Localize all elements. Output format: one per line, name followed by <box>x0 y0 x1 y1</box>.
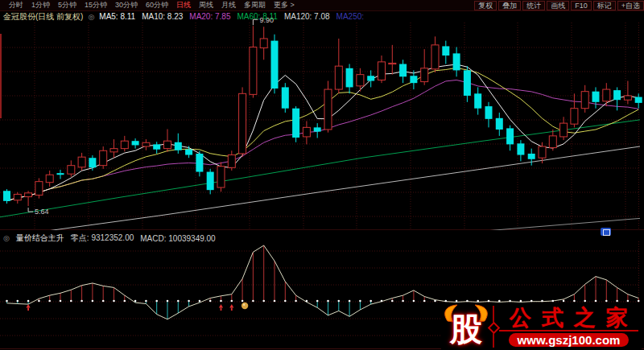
timeframe-tab-60分钟[interactable]: 60分钟 <box>142 0 172 10</box>
timeframe-tab-15分钟[interactable]: 15分钟 <box>80 0 111 10</box>
indicator-header: ◎ 量价结合主升 零点: 9312352.00 MACD: 10039349.0… <box>3 233 216 244</box>
indicator-field1: 零点: 9312352.00 <box>71 233 134 244</box>
buy-arrow-icon <box>219 304 223 311</box>
watermark-logo-char: 股 <box>450 307 482 350</box>
bull-logo: 股 <box>441 303 491 349</box>
toolbar-button-F10[interactable]: F10 <box>571 1 592 10</box>
chart-info-bar: 金冠股份(日线 前复权) ◎ MA5: 8.11MA10: 8.23MA20: … <box>0 11 644 22</box>
settings-circle-icon[interactable]: ◎ <box>88 13 94 21</box>
timeframe-tab-分时[interactable]: 分时 <box>5 0 27 10</box>
timeframe-tab-更多 >[interactable]: 更多 > <box>270 0 299 10</box>
buy-arrow-icon <box>229 304 233 311</box>
ma-label-MA20: MA20: 7.85 <box>189 12 230 21</box>
ma-label-MA60: MA60: 8.11 <box>237 12 277 21</box>
ma-label-MA10: MA10: 8.23 <box>142 12 183 21</box>
toolbar-button-画线[interactable]: 画线 <box>547 1 569 10</box>
trading-app-window: 分时1分钟5分钟15分钟30分钟60分钟日线周线月线多周期更多 > 复权叠加统计… <box>0 0 644 350</box>
ma-label-MA120: MA120: 7.08 <box>284 12 330 21</box>
main-price-chart[interactable]: 9.905.64 <box>0 14 644 230</box>
ma-label-MA5: MA5: 8.11 <box>99 12 135 21</box>
timeframe-tab-多周期[interactable]: 多周期 <box>240 0 270 10</box>
timeframe-tab-日线[interactable]: 日线 <box>172 0 195 10</box>
toolbar-button-复权[interactable]: 复权 <box>474 1 497 10</box>
toolbar-button-统计[interactable]: 统计 <box>522 1 545 10</box>
timeframe-tab-5分钟[interactable]: 5分钟 <box>54 0 80 10</box>
timeframe-toolbar: 分时1分钟5分钟15分钟30分钟60分钟日线周线月线多周期更多 > 复权叠加统计… <box>0 0 644 11</box>
toolbar-button-叠加[interactable]: 叠加 <box>498 1 521 10</box>
gold-dot-marker <box>242 303 248 309</box>
timeframe-tab-30分钟[interactable]: 30分钟 <box>111 0 142 10</box>
toolbar-button-+自选[interactable]: +自选 <box>617 1 644 10</box>
toolbar-button-标记[interactable]: 标记 <box>593 1 616 10</box>
indicator-circle-icon[interactable]: ◎ <box>3 234 10 242</box>
watermark: 股 公式之家 www.gszj100.com <box>441 303 642 349</box>
indicator-field2: MACD: 10039349.00 <box>140 234 215 243</box>
stock-title: 金冠股份(日线 前复权) <box>3 11 83 23</box>
timeframe-tab-周线[interactable]: 周线 <box>195 0 217 10</box>
watermark-separator <box>493 306 494 348</box>
watermark-title: 公式之家 <box>499 307 638 331</box>
ma-label-MA250: MA250: <box>336 12 364 21</box>
timeframe-tabs: 分时1分钟5分钟15分钟30分钟60分钟日线周线月线多周期更多 > <box>0 0 474 10</box>
timeframe-tab-月线[interactable]: 月线 <box>217 0 240 10</box>
indicator-name: 量价结合主升 <box>16 233 64 244</box>
toolbar-buttons: 复权叠加统计画线F10标记+自选 <box>474 1 644 10</box>
svg-text:5.64: 5.64 <box>35 208 49 216</box>
buy-arrow-icon <box>27 304 31 311</box>
mini-logo-badge-icon[interactable] <box>601 228 611 236</box>
timeframe-tab-1分钟[interactable]: 1分钟 <box>27 0 54 10</box>
watermark-url: www.gszj100.com <box>509 333 630 347</box>
ma-value-labels: MA5: 8.11MA10: 8.23MA20: 7.85MA60: 8.11M… <box>99 12 364 21</box>
